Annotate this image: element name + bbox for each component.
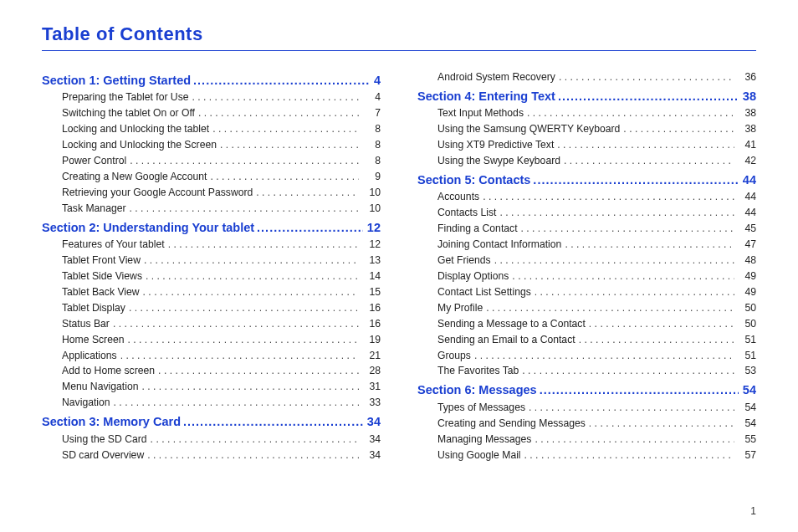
toc-entry-label: Android System Recovery — [437, 69, 555, 85]
toc-entry-row[interactable]: Tablet Side Views14 — [42, 269, 381, 284]
toc-entry-row[interactable]: Preparing the Tablet for Use4 — [42, 90, 381, 105]
toc-leaders — [210, 169, 359, 185]
toc-entry-row[interactable]: Contacts List44 — [417, 205, 756, 221]
toc-entry-row[interactable]: Tablet Back View15 — [42, 284, 381, 300]
toc-leaders — [565, 237, 734, 253]
toc-entry-page: 10 — [362, 185, 381, 201]
toc-entry-row[interactable]: Android System Recovery36 — [417, 69, 756, 85]
toc-entry-row[interactable]: Creating a New Google Account9 — [42, 169, 381, 185]
toc-leaders — [193, 71, 370, 90]
toc-leaders — [558, 87, 739, 105]
toc-leaders — [559, 69, 734, 85]
toc-entry-page: 42 — [738, 153, 756, 169]
toc-entry-row[interactable]: Text Input Methods38 — [417, 105, 756, 121]
toc-leaders — [257, 218, 363, 237]
toc-columns: Section 1: Getting Started 4Preparing th… — [42, 69, 756, 463]
toc-entry-label: SD card Overview — [62, 448, 144, 463]
toc-entry-label: Creating and Sending Messages — [437, 416, 586, 432]
toc-entry-row[interactable]: Groups51 — [417, 348, 756, 364]
page-title: Table of Contents — [42, 23, 756, 45]
toc-leaders — [256, 185, 359, 201]
toc-entry-row[interactable]: Power Control8 — [42, 153, 381, 169]
toc-section-label: Section 6: Messages — [417, 381, 537, 399]
toc-leaders — [113, 316, 359, 332]
toc-section-row[interactable]: Section 2: Understanding Your tablet 12 — [42, 218, 381, 237]
toc-entry-label: Text Input Methods — [437, 105, 524, 121]
toc-entry-page: 54 — [738, 400, 756, 416]
toc-entry-label: Get Friends — [437, 253, 491, 269]
toc-entry-row[interactable]: Accounts44 — [417, 189, 756, 205]
toc-entry-row[interactable]: Managing Messages55 — [417, 432, 756, 448]
toc-entry-row[interactable]: Using XT9 Predictive Text41 — [417, 137, 756, 153]
toc-leaders — [522, 363, 734, 379]
toc-entry-row[interactable]: Using the Swype Keyboard42 — [417, 153, 756, 169]
toc-entry-row[interactable]: Tablet Front View13 — [42, 253, 381, 269]
toc-entry-row[interactable]: Sending a Message to a Contact50 — [417, 316, 756, 332]
toc-entry-label: Using the SD Card — [62, 432, 147, 448]
toc-entry-label: Tablet Back View — [62, 284, 140, 300]
toc-leaders — [533, 171, 739, 189]
toc-leaders — [535, 432, 734, 448]
toc-entry-label: Locking and Unlocking the tablet — [62, 121, 209, 137]
toc-entry-page: 12 — [362, 237, 381, 253]
toc-section-row[interactable]: Section 6: Messages 54 — [417, 381, 756, 399]
toc-entry-row[interactable]: Using the Samsung QWERTY Keyboard38 — [417, 121, 756, 137]
toc-entry-label: Retrieving your Google Account Password — [62, 185, 253, 201]
toc-leaders — [141, 379, 359, 395]
toc-entry-page: 34 — [362, 448, 381, 463]
toc-entry-page: 55 — [738, 432, 756, 448]
toc-entry-page: 49 — [738, 284, 756, 300]
toc-entry-row[interactable]: Status Bar16 — [42, 316, 381, 332]
toc-entry-row[interactable]: SD card Overview34 — [42, 448, 381, 463]
toc-entry-page: 10 — [362, 201, 381, 217]
toc-entry-row[interactable]: Types of Messages54 — [417, 400, 756, 416]
toc-entry-row[interactable]: Using Google Mail57 — [417, 448, 756, 463]
toc-entry-row[interactable]: Features of Your tablet12 — [42, 237, 381, 253]
toc-leaders — [535, 284, 734, 300]
toc-entry-row[interactable]: Contact List Settings49 — [417, 284, 756, 300]
title-rule — [42, 50, 756, 51]
toc-leaders — [564, 153, 734, 169]
toc-entry-row[interactable]: Applications21 — [42, 348, 381, 364]
toc-entry-row[interactable]: Home Screen19 — [42, 332, 381, 348]
toc-section-row[interactable]: Section 4: Entering Text 38 — [417, 87, 756, 105]
toc-leaders — [114, 395, 359, 411]
toc-entry-row[interactable]: Navigation33 — [42, 395, 381, 411]
toc-entry-row[interactable]: Get Friends48 — [417, 253, 756, 269]
toc-entry-row[interactable]: Joining Contact Information47 — [417, 237, 756, 253]
toc-entry-row[interactable]: The Favorites Tab53 — [417, 363, 756, 379]
toc-entry-row[interactable]: Locking and Unlocking the Screen8 — [42, 137, 381, 153]
toc-entry-row[interactable]: Retrieving your Google Account Password1… — [42, 185, 381, 201]
toc-entry-label: Applications — [62, 348, 117, 364]
toc-entry-page: 4 — [362, 90, 381, 105]
toc-entry-row[interactable]: Switching the tablet On or Off7 — [42, 105, 381, 121]
toc-entry-label: Types of Messages — [437, 400, 525, 416]
toc-entry-row[interactable]: Display Options49 — [417, 269, 756, 284]
toc-entry-label: Power Control — [62, 153, 126, 169]
toc-entry-row[interactable]: Finding a Contact45 — [417, 221, 756, 237]
toc-leaders — [147, 448, 359, 463]
toc-leaders — [474, 348, 734, 364]
toc-entry-row[interactable]: Task Manager10 — [42, 201, 381, 217]
toc-entry-row[interactable]: My Profile50 — [417, 300, 756, 316]
toc-entry-label: Navigation — [62, 395, 110, 411]
toc-entry-row[interactable]: Locking and Unlocking the tablet8 — [42, 121, 381, 137]
toc-leaders — [183, 412, 363, 431]
toc-section-row[interactable]: Section 1: Getting Started 4 — [42, 71, 381, 90]
toc-entry-page: 28 — [362, 363, 381, 379]
toc-leaders — [524, 448, 734, 463]
toc-leaders — [212, 121, 359, 137]
toc-entry-label: Contacts List — [437, 205, 496, 221]
toc-entry-row[interactable]: Sending an Email to a Contact51 — [417, 332, 756, 348]
toc-section-label: Section 3: Memory Card — [42, 412, 181, 431]
toc-section-row[interactable]: Section 5: Contacts 44 — [417, 171, 756, 189]
toc-column-left: Section 1: Getting Started 4Preparing th… — [42, 69, 381, 463]
toc-entry-row[interactable]: Menu Navigation31 — [42, 379, 381, 395]
toc-section-row[interactable]: Section 3: Memory Card 34 — [42, 412, 381, 431]
toc-entry-row[interactable]: Creating and Sending Messages54 — [417, 416, 756, 432]
toc-entry-row[interactable]: Tablet Display16 — [42, 300, 381, 316]
toc-entry-row[interactable]: Add to Home screen28 — [42, 363, 381, 379]
toc-leaders — [129, 300, 359, 316]
toc-entry-row[interactable]: Using the SD Card34 — [42, 432, 381, 448]
toc-entry-label: Sending a Message to a Contact — [437, 316, 586, 332]
